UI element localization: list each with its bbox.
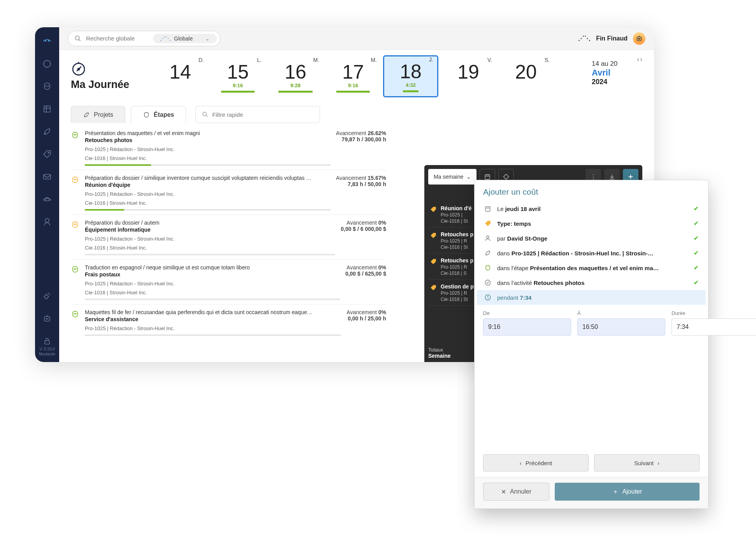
- tag-icon: [430, 258, 437, 265]
- svg-point-26: [76, 224, 76, 225]
- svg-rect-5: [44, 106, 50, 112]
- svg-point-28: [76, 269, 76, 269]
- day-cell[interactable]: L. 15 9:16: [210, 57, 265, 97]
- date-strip: D. 14 L. 15 9:16 M. 16 9:28 M. 17 9:16 J…: [153, 57, 588, 97]
- tag-icon: [430, 232, 437, 239]
- svg-point-9: [45, 218, 49, 222]
- svg-point-24: [76, 179, 76, 180]
- duration-input[interactable]: [672, 318, 756, 336]
- day-cell[interactable]: M. 17 9:16: [325, 57, 381, 97]
- modal-title: Ajouter un coût: [475, 180, 708, 201]
- svg-point-30: [76, 313, 76, 314]
- svg-point-29: [74, 313, 75, 314]
- svg-point-11: [46, 318, 47, 319]
- svg-point-8: [44, 199, 51, 201]
- user-block[interactable]: ⋰⋱ Fin Finaud: [578, 32, 645, 45]
- scope-logo-icon: ⋰⋱: [160, 35, 171, 42]
- chevron-right-icon: ›: [658, 460, 659, 466]
- prev-week-button[interactable]: ‹: [637, 55, 639, 63]
- nav-cow-icon[interactable]: [42, 81, 53, 92]
- from-input[interactable]: [483, 318, 571, 336]
- next-button[interactable]: Suivant›: [594, 454, 700, 471]
- user-name: Fin Finaud: [596, 35, 628, 42]
- range-year: 2024: [592, 78, 642, 86]
- step-row[interactable]: Présentation des maquettes / et vel enim…: [71, 125, 386, 170]
- scope-selector[interactable]: ⋰⋱ Globale ⌄: [153, 34, 217, 43]
- day-cell[interactable]: V. 19: [441, 57, 496, 97]
- range-days: 14 au 20: [592, 60, 642, 68]
- svg-point-12: [47, 318, 48, 319]
- topbar: ⋰⋱ Globale ⌄ ⋰⋱ Fin Finaud: [59, 27, 654, 50]
- step-badge-icon: [71, 265, 79, 274]
- field-duration: Durée: [672, 310, 756, 336]
- timesheet-totals: Totaux Semaine: [428, 347, 451, 359]
- cancel-button[interactable]: ✕Annuler: [483, 483, 549, 501]
- modal-row-step[interactable]: dans l'étape Présentation des maquettes …: [477, 260, 706, 275]
- nav-mail-icon[interactable]: [42, 171, 53, 182]
- svg-point-19: [78, 69, 79, 70]
- svg-point-22: [76, 134, 76, 135]
- svg-rect-7: [44, 174, 51, 179]
- prev-button[interactable]: ‹Précédent: [483, 454, 589, 471]
- modal-row-project[interactable]: dans Pro-1025 | Rédaction - Strosin-Huel…: [477, 246, 706, 260]
- scope-label: Globale: [174, 35, 193, 42]
- day-cell[interactable]: M. 16 9:28: [268, 57, 323, 97]
- step-row[interactable]: Préparation du dossier / similique inven…: [71, 170, 386, 214]
- nav-robot-icon[interactable]: [42, 313, 53, 324]
- modal-row-type[interactable]: Type: temps ✔: [477, 216, 706, 231]
- check-icon: ✔: [694, 220, 699, 227]
- nav-astronaut-icon[interactable]: [42, 216, 53, 227]
- modal-row-duration[interactable]: pendant 7:34: [477, 290, 706, 305]
- to-input[interactable]: [577, 318, 665, 336]
- search-input[interactable]: [86, 35, 148, 42]
- svg-point-34: [487, 236, 489, 238]
- step-row[interactable]: Préparation du dossier / autem Équipemen…: [71, 214, 386, 259]
- tab-projects[interactable]: Projets: [71, 106, 125, 123]
- quick-filter[interactable]: [195, 106, 320, 123]
- chevron-left-icon: ‹: [520, 460, 522, 466]
- check-icon: ✔: [694, 205, 699, 212]
- nav-ufo-icon[interactable]: [42, 194, 53, 205]
- steps-list: Présentation des maquettes / et vel enim…: [59, 123, 398, 342]
- check-icon: ✔: [694, 235, 699, 242]
- next-week-button[interactable]: ›: [640, 55, 642, 63]
- timesheet-range-dropdown[interactable]: Ma semaine ⌄: [428, 169, 476, 185]
- day-cell[interactable]: J. 18 4:32: [383, 55, 438, 97]
- tabs-row: Projets Étapes: [59, 97, 654, 123]
- step-row[interactable]: Maquettes fil de fer / recusandae quia p…: [71, 304, 386, 340]
- quick-filter-input[interactable]: [212, 111, 313, 118]
- close-icon: ✕: [501, 488, 506, 496]
- nav-rocket-icon[interactable]: [42, 126, 53, 137]
- nav-compass-icon[interactable]: [42, 58, 53, 69]
- svg-point-20: [203, 112, 206, 116]
- tab-steps[interactable]: Étapes: [131, 106, 186, 123]
- nav-grid-icon[interactable]: [42, 104, 53, 114]
- global-search[interactable]: ⋰⋱ Globale ⌄: [68, 31, 220, 46]
- svg-point-27: [74, 269, 75, 269]
- lock-icon: [42, 336, 53, 346]
- step-badge-icon: [71, 176, 79, 184]
- modal-row-activity[interactable]: dans l'activité Retouches photos ✔: [477, 275, 706, 290]
- svg-point-32: [504, 175, 508, 179]
- svg-rect-31: [485, 175, 490, 179]
- logo-icon: [42, 36, 53, 47]
- nav-tag-icon[interactable]: [42, 149, 53, 160]
- modal-row-date[interactable]: Le jeudi 18 avril ✔: [477, 201, 706, 216]
- cow-icon: [484, 264, 492, 271]
- search-icon: [74, 35, 81, 42]
- day-cell[interactable]: D. 14: [153, 57, 208, 97]
- person-icon: [484, 235, 492, 242]
- add-button[interactable]: ＋Ajouter: [555, 483, 700, 501]
- modal-step-nav: ‹Précédent Suivant›: [475, 449, 708, 477]
- modal-row-by[interactable]: par David St-Onge ✔: [477, 231, 706, 246]
- check-icon: ✔: [694, 250, 699, 257]
- cow-icon: [143, 111, 150, 118]
- step-row[interactable]: Traduction en espagnol / neque similique…: [71, 259, 386, 304]
- nav-satellite-icon[interactable]: [42, 290, 53, 301]
- avatar: [633, 32, 645, 45]
- day-cell[interactable]: S. 20: [498, 57, 554, 97]
- search-icon: [202, 111, 208, 118]
- time-fields: De À Durée: [475, 305, 708, 341]
- chevron-down-icon: ⌄: [205, 35, 210, 42]
- svg-point-2: [44, 60, 51, 67]
